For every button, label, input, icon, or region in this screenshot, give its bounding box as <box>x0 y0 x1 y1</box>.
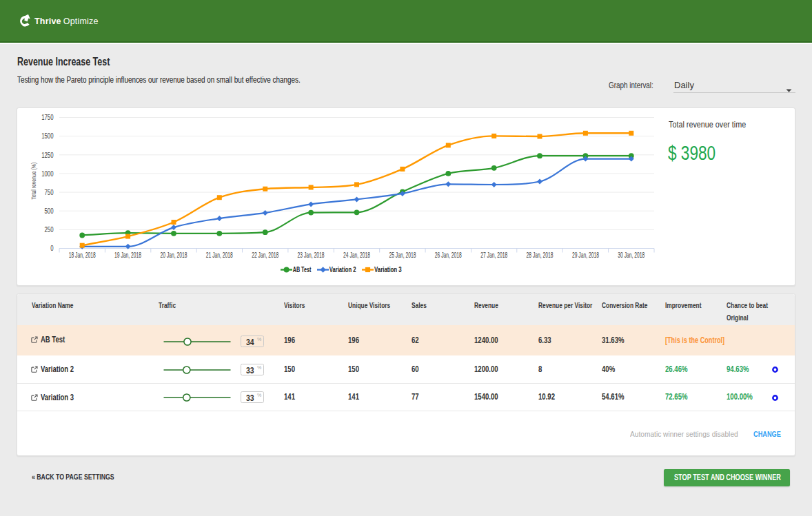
svg-text:1750: 1750 <box>41 114 54 121</box>
svg-text:1500: 1500 <box>41 132 54 140</box>
svg-text:500: 500 <box>45 207 54 215</box>
svg-text:250: 250 <box>45 226 54 234</box>
svg-text:21 Jan, 2018: 21 Jan, 2018 <box>206 251 233 259</box>
svg-text:Variation 3: Variation 3 <box>374 265 402 274</box>
svg-text:27 Jan, 2018: 27 Jan, 2018 <box>480 251 507 259</box>
svg-text:1000: 1000 <box>41 170 54 178</box>
svg-text:0: 0 <box>50 245 54 252</box>
svg-text:22 Jan, 2018: 22 Jan, 2018 <box>252 251 278 259</box>
svg-text:AB Test: AB Test <box>293 265 312 274</box>
svg-text:19 Jan, 2018: 19 Jan, 2018 <box>114 251 141 259</box>
svg-text:24 Jan, 2018: 24 Jan, 2018 <box>343 251 370 259</box>
svg-text:Total revenue (%): Total revenue (%) <box>30 163 37 200</box>
svg-text:29 Jan, 2018: 29 Jan, 2018 <box>572 251 599 259</box>
svg-text:18 Jan, 2018: 18 Jan, 2018 <box>69 251 96 259</box>
svg-text:750: 750 <box>45 189 54 196</box>
svg-text:Variation 2: Variation 2 <box>329 265 356 274</box>
svg-text:23 Jan, 2018: 23 Jan, 2018 <box>298 251 325 259</box>
svg-text:26 Jan, 2018: 26 Jan, 2018 <box>435 251 462 259</box>
svg-text:25 Jan, 2018: 25 Jan, 2018 <box>389 251 416 259</box>
svg-text:1250: 1250 <box>41 152 54 159</box>
svg-text:28 Jan, 2018: 28 Jan, 2018 <box>527 251 554 259</box>
svg-text:20 Jan, 2018: 20 Jan, 2018 <box>161 251 187 259</box>
svg-text:30 Jan, 2018: 30 Jan, 2018 <box>618 251 644 259</box>
